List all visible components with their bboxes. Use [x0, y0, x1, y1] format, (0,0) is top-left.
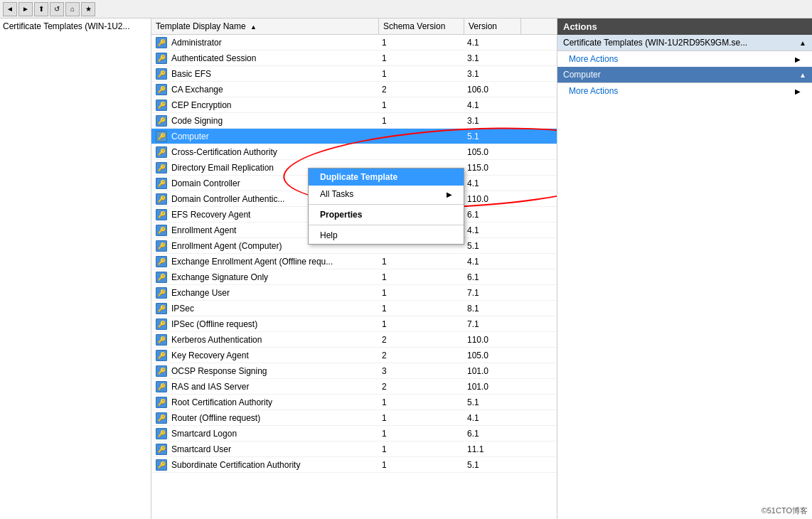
row-name: RAS and IAS Server — [169, 382, 379, 392]
table-row[interactable]: 🔑Cross-Certification Authority105.0 — [151, 144, 557, 160]
toolbar-btn-back[interactable]: ◄ — [3, 2, 17, 16]
row-name: Code Signing — [169, 116, 379, 126]
row-version: 115.0 — [464, 163, 521, 173]
row-name: IPSec (Offline request) — [169, 319, 379, 329]
row-name: Kerberos Authentication — [169, 335, 379, 345]
actions-section1-more[interactable]: More Actions ▶ — [557, 51, 812, 67]
table-row[interactable]: 🔑Authenticated Session13.1 — [151, 50, 557, 66]
table-row[interactable]: 🔑Smartcard User111.1 — [151, 442, 557, 457]
actions-header: Actions — [557, 18, 812, 35]
toolbar-btn-up[interactable]: ⬆ — [34, 2, 48, 16]
table-row[interactable]: 🔑Code Signing13.1 — [151, 113, 557, 129]
table-row[interactable]: 🔑IPSec (Offline request)17.1 — [151, 316, 557, 332]
context-menu-duplicate[interactable]: Duplicate Template — [309, 168, 464, 186]
toolbar-btn-star[interactable]: ★ — [81, 2, 95, 16]
cert-icon: 🔑 — [154, 333, 169, 347]
cert-icon: 🔑 — [154, 82, 169, 97]
more-actions-arrow1: ▶ — [795, 55, 801, 63]
table-row[interactable]: 🔑Computer5.1 — [151, 129, 557, 144]
cert-icon: 🔑 — [154, 317, 169, 331]
row-schema: 3 — [379, 366, 464, 376]
cert-icon: 🔑 — [154, 395, 169, 410]
row-schema: 1 — [379, 116, 464, 126]
table-row[interactable]: 🔑Router (Offline request)14.1 — [151, 410, 557, 426]
cert-icon: 🔑 — [154, 270, 169, 284]
template-list[interactable]: Template Display Name ▲ Schema Version V… — [151, 18, 557, 519]
context-menu-help[interactable]: Help — [309, 227, 464, 244]
actions-section2-more[interactable]: More Actions ▶ — [557, 83, 812, 99]
row-schema: 1 — [379, 429, 464, 439]
row-name: Smartcard Logon — [169, 429, 379, 439]
row-name: Subordinate Certification Authority — [169, 460, 379, 470]
row-schema: 1 — [379, 288, 464, 298]
table-row[interactable]: 🔑Kerberos Authentication2110.0 — [151, 332, 557, 348]
toolbar-btn-forward[interactable]: ► — [18, 2, 33, 16]
actions-section2-title[interactable]: Computer ▲ — [557, 67, 812, 83]
row-schema: 1 — [379, 100, 464, 110]
tree-item[interactable]: Certificate Templates (WIN-1U2... — [3, 21, 130, 31]
row-schema: 2 — [379, 335, 464, 345]
row-schema: 1 — [379, 460, 464, 470]
row-version: 8.1 — [464, 304, 521, 314]
cert-icon: 🔑 — [154, 161, 169, 175]
row-version: 5.1 — [464, 397, 521, 407]
header-name[interactable]: Template Display Name ▲ — [151, 18, 379, 34]
table-row[interactable]: 🔑Basic EFS13.1 — [151, 66, 557, 82]
cert-icon: 🔑 — [154, 208, 169, 222]
header-version[interactable]: Version — [464, 18, 521, 34]
section2-arrow: ▲ — [799, 71, 806, 79]
row-version: 6.1 — [464, 272, 521, 282]
actions-section1-title[interactable]: Certificate Templates (WIN-1U2RD95K9GM.s… — [557, 35, 812, 51]
watermark: ©51CTO博客 — [762, 505, 808, 516]
row-version: 7.1 — [464, 319, 521, 329]
row-version: 7.1 — [464, 288, 521, 298]
row-version: 4.1 — [464, 413, 521, 423]
cert-icon: 🔑 — [154, 145, 169, 159]
row-name: Exchange User — [169, 288, 379, 298]
table-row[interactable]: 🔑RAS and IAS Server2101.0 — [151, 379, 557, 395]
row-version: 4.1 — [464, 257, 521, 267]
table-row[interactable]: 🔑OCSP Response Signing3101.0 — [151, 363, 557, 379]
table-row[interactable]: 🔑CA Exchange2106.0 — [151, 82, 557, 97]
row-name: Administrator — [169, 38, 379, 48]
row-name: Key Recovery Agent — [169, 351, 379, 360]
table-row[interactable]: 🔑Exchange Signature Only16.1 — [151, 269, 557, 285]
row-version: 6.1 — [464, 429, 521, 439]
table-row[interactable]: 🔑IPSec18.1 — [151, 301, 557, 316]
table-row[interactable]: 🔑Root Certification Authority15.1 — [151, 395, 557, 410]
table-row[interactable]: 🔑Administrator14.1 — [151, 35, 557, 50]
row-schema: 1 — [379, 304, 464, 314]
context-menu-properties[interactable]: Properties — [309, 206, 464, 223]
context-menu: Duplicate Template All Tasks ▶ Propertie… — [308, 168, 464, 245]
row-name: Root Certification Authority — [169, 397, 379, 407]
table-row[interactable]: 🔑Subordinate Certification Authority15.1 — [151, 457, 557, 473]
table-row[interactable]: 🔑Exchange Enrollment Agent (Offline requ… — [151, 254, 557, 269]
row-version: 3.1 — [464, 53, 521, 63]
row-schema: 1 — [379, 397, 464, 407]
context-menu-all-tasks[interactable]: All Tasks ▶ — [309, 186, 464, 203]
header-schema[interactable]: Schema Version — [379, 18, 464, 34]
row-name: Router (Offline request) — [169, 413, 379, 423]
row-version: 11.1 — [464, 444, 521, 454]
row-schema: 1 — [379, 319, 464, 329]
row-name: Cross-Certification Authority — [169, 147, 379, 157]
cert-icon: 🔑 — [154, 286, 169, 300]
table-row[interactable]: 🔑Smartcard Logon16.1 — [151, 426, 557, 442]
toolbar-btn-refresh[interactable]: ↺ — [50, 2, 64, 16]
row-name: Exchange Signature Only — [169, 272, 379, 282]
left-pane: Certificate Templates (WIN-1U2... — [0, 18, 151, 519]
cert-icon: 🔑 — [154, 114, 169, 128]
table-row[interactable]: 🔑Exchange User17.1 — [151, 285, 557, 301]
row-name: CA Exchange — [169, 85, 379, 95]
row-version: 105.0 — [464, 351, 521, 360]
row-version: 4.1 — [464, 100, 521, 110]
row-version: 101.0 — [464, 382, 521, 392]
table-row[interactable]: 🔑CEP Encryption14.1 — [151, 97, 557, 113]
toolbar-btn-home[interactable]: ⌂ — [65, 2, 80, 16]
section1-arrow: ▲ — [799, 39, 806, 47]
row-schema: 1 — [379, 257, 464, 267]
table-row[interactable]: 🔑Key Recovery Agent2105.0 — [151, 348, 557, 363]
cert-icon: 🔑 — [154, 36, 169, 50]
cert-icon: 🔑 — [154, 98, 169, 112]
row-name: Smartcard User — [169, 444, 379, 454]
